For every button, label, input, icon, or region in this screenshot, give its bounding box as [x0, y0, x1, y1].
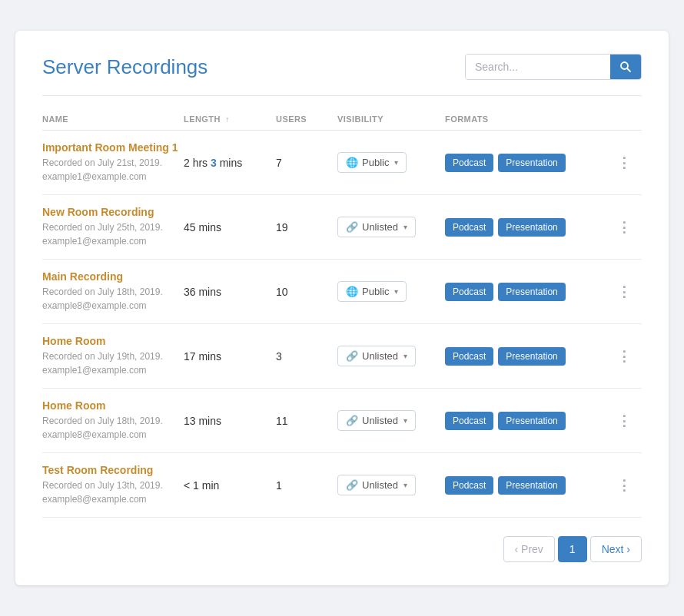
- recording-formats: PodcastPresentation: [445, 412, 614, 430]
- recording-name[interactable]: Test Room Recording: [42, 464, 184, 476]
- link-icon: 🔗: [346, 221, 358, 233]
- recording-visibility: 🔗 Unlisted ▾: [337, 475, 445, 495]
- visibility-dropdown[interactable]: 🔗 Unlisted ▾: [337, 475, 416, 495]
- more-options-button[interactable]: ⋮: [614, 280, 634, 303]
- recording-formats: PodcastPresentation: [445, 347, 614, 366]
- visibility-dropdown[interactable]: 🔗 Unlisted ▾: [337, 217, 416, 237]
- format-presentation-button[interactable]: Presentation: [498, 347, 565, 366]
- search-input[interactable]: [466, 55, 610, 79]
- format-presentation-button[interactable]: Presentation: [498, 218, 565, 237]
- recording-name[interactable]: Main Recording: [42, 270, 184, 283]
- format-presentation-button[interactable]: Presentation: [498, 412, 565, 430]
- recordings-list: Important Room Meeting 1 Recorded on Jul…: [42, 131, 642, 518]
- table-row: Main Recording Recorded on July 18th, 20…: [42, 260, 642, 324]
- recording-formats: PodcastPresentation: [445, 476, 614, 495]
- more-options-button[interactable]: ⋮: [614, 216, 634, 239]
- recording-more: ⋮: [614, 474, 642, 497]
- format-podcast-button[interactable]: Podcast: [445, 283, 493, 301]
- search-wrapper: [465, 54, 642, 80]
- recording-name[interactable]: Home Room: [42, 335, 184, 347]
- next-button[interactable]: Next ›: [590, 536, 642, 562]
- prev-button[interactable]: ‹ Prev: [503, 536, 555, 562]
- pagination: ‹ Prev 1 Next ›: [42, 536, 642, 562]
- page-header: Server Recordings: [42, 54, 642, 80]
- visibility-dropdown[interactable]: 🔗 Unlisted ▾: [337, 346, 416, 366]
- recording-visibility: 🔗 Unlisted ▾: [337, 217, 445, 237]
- globe-icon: 🌐: [346, 286, 358, 297]
- recording-formats: PodcastPresentation: [445, 218, 614, 237]
- table-row: New Room Recording Recorded on July 25th…: [42, 195, 642, 260]
- recording-formats: PodcastPresentation: [445, 283, 614, 301]
- format-podcast-button[interactable]: Podcast: [445, 218, 493, 237]
- recording-formats: PodcastPresentation: [445, 154, 614, 172]
- recording-name-cell: Test Room Recording Recorded on July 13t…: [42, 464, 184, 506]
- table-row: Home Room Recorded on July 19th, 2019.ex…: [42, 324, 642, 389]
- recording-more: ⋮: [614, 409, 642, 432]
- recording-meta: Recorded on July 13th, 2019.example8@exa…: [42, 479, 184, 506]
- main-container: Server Recordings NAME LENGTH ↑ USERS VI…: [15, 31, 669, 585]
- chevron-down-icon: ▾: [403, 481, 407, 489]
- visibility-label: Public: [362, 157, 389, 168]
- format-podcast-button[interactable]: Podcast: [445, 347, 493, 366]
- header-divider: [42, 95, 642, 96]
- link-icon: 🔗: [346, 415, 358, 426]
- format-podcast-button[interactable]: Podcast: [445, 154, 493, 172]
- svg-line-1: [627, 68, 630, 71]
- page-title: Server Recordings: [42, 55, 208, 79]
- chevron-down-icon: ▾: [403, 416, 407, 425]
- recording-name[interactable]: Home Room: [42, 399, 184, 412]
- link-icon: 🔗: [346, 350, 358, 362]
- more-options-button[interactable]: ⋮: [614, 345, 634, 368]
- recording-more: ⋮: [614, 280, 642, 303]
- recording-meta: Recorded on July 25th, 2019.example1@exa…: [42, 220, 184, 248]
- page-1-button[interactable]: 1: [558, 536, 587, 562]
- more-options-button[interactable]: ⋮: [614, 474, 634, 497]
- format-podcast-button[interactable]: Podcast: [445, 412, 493, 430]
- recording-name-cell: Important Room Meeting 1 Recorded on Jul…: [42, 141, 184, 184]
- visibility-dropdown[interactable]: 🌐 Public ▾: [337, 281, 407, 302]
- format-presentation-button[interactable]: Presentation: [498, 154, 565, 172]
- search-button[interactable]: [610, 55, 641, 79]
- recording-length: 36 mins: [184, 285, 276, 299]
- sort-asc-icon: ↑: [225, 115, 229, 124]
- col-users: USERS: [276, 114, 337, 124]
- col-visibility: VISIBILITY: [337, 114, 445, 124]
- more-options-button[interactable]: ⋮: [614, 151, 634, 174]
- table-row: Home Room Recorded on July 18th, 2019.ex…: [42, 389, 642, 453]
- recording-more: ⋮: [614, 216, 642, 239]
- format-presentation-button[interactable]: Presentation: [498, 283, 565, 301]
- chevron-down-icon: ▾: [394, 158, 398, 167]
- recording-length: < 1 min: [184, 479, 276, 492]
- recording-users: 10: [276, 285, 337, 299]
- recording-visibility: 🌐 Public ▾: [337, 281, 445, 302]
- col-actions: [614, 114, 642, 124]
- format-presentation-button[interactable]: Presentation: [498, 476, 565, 495]
- format-podcast-button[interactable]: Podcast: [445, 476, 493, 495]
- recording-name-cell: Home Room Recorded on July 18th, 2019.ex…: [42, 399, 184, 442]
- visibility-label: Public: [362, 286, 389, 297]
- recording-length: 13 mins: [184, 414, 276, 428]
- recording-meta: Recorded on July 18th, 2019.example8@exa…: [42, 414, 184, 442]
- link-icon: 🔗: [346, 479, 358, 491]
- visibility-dropdown[interactable]: 🌐 Public ▾: [337, 152, 407, 173]
- recording-length: 2 hrs 3 mins: [184, 156, 276, 170]
- recording-meta: Recorded on July 18th, 2019.example8@exa…: [42, 285, 184, 313]
- visibility-dropdown[interactable]: 🔗 Unlisted ▾: [337, 410, 416, 431]
- globe-icon: 🌐: [346, 157, 358, 168]
- visibility-label: Unlisted: [362, 350, 398, 362]
- recording-meta: Recorded on July 21st, 2019.example1@exa…: [42, 156, 184, 184]
- chevron-down-icon: ▾: [403, 352, 407, 360]
- recording-users: 3: [276, 349, 337, 363]
- more-options-button[interactable]: ⋮: [614, 409, 634, 432]
- col-name: NAME: [42, 114, 184, 124]
- chevron-down-icon: ▾: [403, 223, 407, 231]
- recording-name[interactable]: New Room Recording: [42, 206, 184, 218]
- recording-name[interactable]: Important Room Meeting 1: [42, 141, 184, 154]
- col-length[interactable]: LENGTH ↑: [184, 114, 276, 124]
- recording-length: 45 mins: [184, 220, 276, 234]
- recording-more: ⋮: [614, 151, 642, 174]
- recording-users: 11: [276, 414, 337, 428]
- search-icon: [619, 61, 632, 73]
- recording-name-cell: New Room Recording Recorded on July 25th…: [42, 206, 184, 248]
- recording-visibility: 🔗 Unlisted ▾: [337, 346, 445, 366]
